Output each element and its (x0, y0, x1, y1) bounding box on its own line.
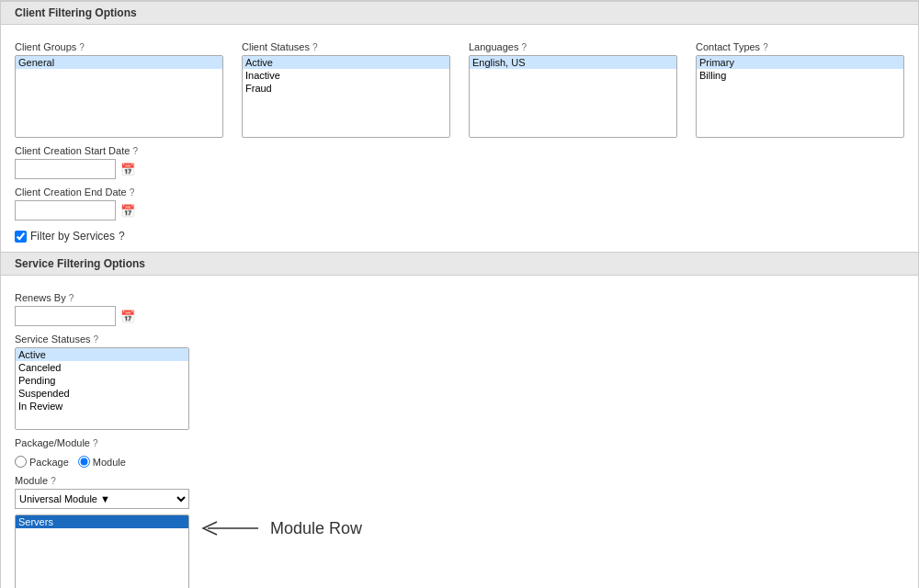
module-help[interactable]: ? (51, 476, 56, 486)
package-module-label: Package/Module ? (15, 437, 904, 448)
filter-by-services-row: Filter by Services ? (15, 230, 904, 243)
package-module-help[interactable]: ? (93, 438, 98, 448)
renews-by-calendar-icon[interactable]: 📅 (119, 308, 136, 324)
service-filtering-title: Service Filtering Options (15, 257, 145, 270)
module-radio[interactable] (78, 456, 90, 468)
end-date-field: Client Creation End Date ? 📅 (15, 187, 162, 220)
service-statuses-list[interactable]: Active Canceled Pending Suspended In Rev… (15, 347, 189, 430)
package-radio[interactable] (15, 456, 27, 468)
contact-types-help[interactable]: ? (763, 42, 768, 52)
renews-by-label: Renews By ? (15, 292, 162, 303)
client-groups-label: Client Groups ? (15, 41, 223, 52)
contact-types-col: Contact Types ? Primary Billing (696, 41, 904, 138)
renews-by-field: Renews By ? 📅 (15, 292, 162, 326)
languages-list[interactable]: English, US (469, 55, 677, 138)
module-row-annotation-container: Module Row (199, 514, 362, 542)
client-filtering-title: Client Filtering Options (15, 6, 137, 19)
client-groups-list[interactable]: General (15, 55, 223, 138)
client-filtering-section: Client Groups ? General Client Statuses … (1, 25, 918, 252)
end-date-input[interactable] (15, 200, 116, 220)
package-module-field: Package/Module ? Package Module (15, 437, 904, 468)
filter-by-services-checkbox[interactable] (15, 231, 27, 243)
start-date-label: Client Creation Start Date ? (15, 145, 162, 156)
service-statuses-label: Service Statuses ? (15, 334, 189, 345)
package-radio-label[interactable]: Package (15, 456, 69, 468)
start-date-help[interactable]: ? (132, 146, 138, 156)
end-date-help[interactable]: ? (130, 187, 135, 198)
service-filtering-section: Renews By ? 📅 Service Statuses ? Active … (1, 276, 918, 588)
arrow-icon (199, 514, 263, 542)
module-row-label: Module Row (270, 519, 362, 538)
module-radio-label[interactable]: Module (78, 456, 126, 468)
client-statuses-col: Client Statuses ? Active Inactive Fraud (242, 41, 450, 138)
service-filtering-header: Service Filtering Options (1, 252, 918, 276)
client-groups-col: Client Groups ? General (15, 41, 223, 138)
module-list[interactable]: Servers (15, 514, 189, 588)
renews-by-help[interactable]: ? (69, 293, 74, 303)
client-filtering-header: Client Filtering Options (1, 1, 918, 25)
client-statuses-label: Client Statuses ? (242, 41, 450, 52)
filter-by-services-help[interactable]: ? (119, 230, 125, 243)
service-statuses-help[interactable]: ? (94, 334, 99, 345)
client-groups-help[interactable]: ? (79, 42, 85, 52)
start-date-input[interactable] (15, 159, 116, 179)
filter-by-services-label: Filter by Services (30, 230, 115, 243)
package-module-radio-group: Package Module (15, 456, 904, 468)
languages-help[interactable]: ? (522, 42, 528, 52)
contact-types-list[interactable]: Primary Billing (696, 55, 904, 138)
start-date-calendar-icon[interactable]: 📅 (119, 161, 136, 177)
languages-col: Languages ? English, US (469, 41, 677, 138)
module-label: Module ? (15, 475, 189, 486)
client-statuses-help[interactable]: ? (312, 42, 318, 52)
start-date-field: Client Creation Start Date ? 📅 (15, 145, 162, 179)
end-date-calendar-icon[interactable]: 📅 (119, 202, 136, 219)
service-statuses-field: Service Statuses ? Active Canceled Pendi… (15, 334, 189, 430)
module-dropdown[interactable]: Universal Module ▼ (15, 489, 189, 509)
contact-types-label: Contact Types ? (696, 41, 904, 52)
module-field: Module ? Universal Module ▼ (15, 475, 189, 509)
end-date-label: Client Creation End Date ? (15, 187, 162, 198)
renews-by-input[interactable] (15, 306, 116, 326)
languages-label: Languages ? (469, 41, 677, 52)
client-statuses-list[interactable]: Active Inactive Fraud (242, 55, 450, 138)
